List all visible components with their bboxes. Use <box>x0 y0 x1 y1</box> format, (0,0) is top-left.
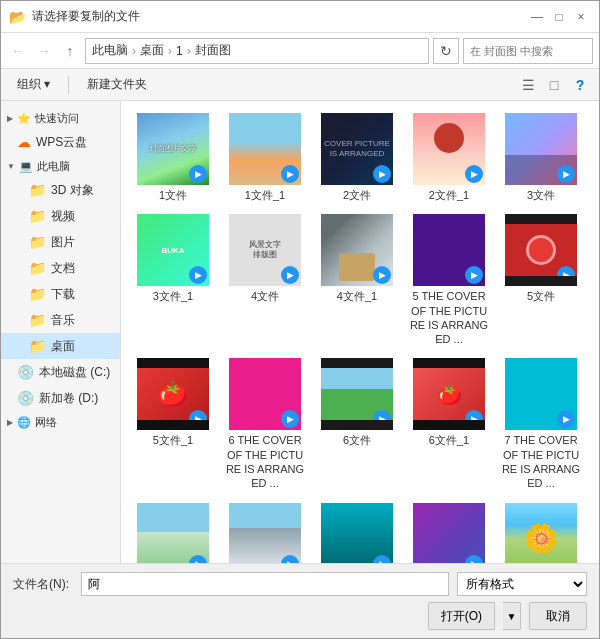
film-badge: ▶ <box>281 165 299 183</box>
search-box[interactable]: 🔍 <box>463 38 593 64</box>
organize-button[interactable]: 组织 ▾ <box>9 73 58 97</box>
maximize-button[interactable]: □ <box>549 7 569 27</box>
file-name: 4文件 <box>251 289 279 303</box>
sidebar-item-label: 桌面 <box>51 338 75 355</box>
list-item[interactable]: ▶ 4文件_1 <box>313 210 401 350</box>
dialog-icon: 📂 <box>9 9 26 25</box>
bottom-bar: 文件名(N): 所有格式 打开(O) ▼ 取消 <box>1 563 599 638</box>
file-name: 3文件 <box>527 188 555 202</box>
title-bar-controls: — □ × <box>527 7 591 27</box>
file-thumbnail: ▶ <box>321 503 393 563</box>
sidebar-item-label: 网络 <box>35 415 57 430</box>
chevron-icon: ▶ <box>7 418 13 427</box>
minimize-button[interactable]: — <box>527 7 547 27</box>
file-thumbnail: ▶ <box>505 214 577 286</box>
file-thumbnail: 风景文字排版图 ▶ <box>229 214 301 286</box>
list-item[interactable]: BUKA ▶ 3文件_1 <box>129 210 217 350</box>
view-toggle-button[interactable]: ☰ <box>517 74 539 96</box>
layout-button[interactable]: □ <box>543 74 565 96</box>
folder-icon: 📁 <box>29 338 46 354</box>
sidebar-item-local-disk-c[interactable]: 💿 本地磁盘 (C:) <box>1 359 120 385</box>
help-button[interactable]: ? <box>569 74 591 96</box>
sidebar-item-label: 3D 对象 <box>51 182 94 199</box>
toolbar: 组织 ▾ 新建文件夹 ☰ □ ? <box>1 69 599 101</box>
list-item[interactable]: 🍅 ▶ 5文件_1 <box>129 354 217 494</box>
list-item[interactable]: COVER PICTUREIS ARRANGED ▶ 2文件 <box>313 109 401 206</box>
actions-row: 打开(O) ▼ 取消 <box>13 602 587 630</box>
sidebar-item-quick-access[interactable]: ▶ ⭐ 快速访问 <box>1 107 120 129</box>
list-item[interactable]: ▶ 7文件 <box>129 499 217 563</box>
sidebar-item-label: 文档 <box>51 260 75 277</box>
file-name: 1文件_1 <box>245 188 285 202</box>
sidebar-item-music[interactable]: 📁 音乐 <box>1 307 120 333</box>
chevron-icon: ▼ <box>7 162 15 171</box>
sidebar-item-network[interactable]: ▶ 🌐 网络 <box>1 411 120 433</box>
title-bar-left: 📂 请选择要复制的文件 <box>9 8 140 25</box>
file-name: 7 THE COVER OF THE PICTURE IS ARRANGED .… <box>501 433 581 490</box>
sidebar-item-label: 视频 <box>51 208 75 225</box>
chevron-icon: ▶ <box>7 114 13 123</box>
sidebar-item-documents[interactable]: 📁 文档 <box>1 255 120 281</box>
dialog-title: 请选择要复制的文件 <box>32 8 140 25</box>
sidebar-item-label: 下载 <box>51 286 75 303</box>
list-item[interactable]: ▶ 3文件 <box>497 109 585 206</box>
path-pc: 此电脑 <box>92 42 128 59</box>
refresh-button[interactable]: ↻ <box>433 38 459 64</box>
list-item[interactable]: ▶ 7 THE COVER OF THE PICTURE IS ARRANGED… <box>497 354 585 494</box>
sidebar: ▶ ⭐ 快速访问 ☁ WPS云盘 ▼ 💻 此电脑 📁 3D 对象 📁 视频 <box>1 101 121 563</box>
filetype-select[interactable]: 所有格式 <box>457 572 587 596</box>
list-item[interactable]: ▶ 1文件_1 <box>221 109 309 206</box>
folder-icon: 📁 <box>29 312 46 328</box>
sidebar-item-3d-objects[interactable]: 📁 3D 对象 <box>1 177 120 203</box>
open-button[interactable]: 打开(O) <box>428 602 495 630</box>
sidebar-item-label: WPS云盘 <box>36 134 87 151</box>
sidebar-item-label: 新加卷 (D:) <box>39 390 98 407</box>
list-item[interactable]: ▶ 5文件 <box>497 210 585 350</box>
list-item[interactable]: ▶ 6文件 <box>313 354 401 494</box>
list-item[interactable]: ▶ 5 THE COVER OF THE PICTURE IS ARRANGED… <box>405 210 493 350</box>
film-badge: ▶ <box>557 165 575 183</box>
path-desktop: 桌面 <box>140 42 164 59</box>
cancel-button[interactable]: 取消 <box>529 602 587 630</box>
list-item[interactable]: ▶ 8 THE COVER OF THE PICTURE IS ARRANGED… <box>313 499 401 563</box>
disk-icon: 💿 <box>17 364 34 380</box>
folder-icon: 📁 <box>29 286 46 302</box>
forward-button[interactable]: → <box>33 40 55 62</box>
back-button[interactable]: ← <box>7 40 29 62</box>
sidebar-item-this-pc[interactable]: ▼ 💻 此电脑 <box>1 155 120 177</box>
files-grid: 封面图片文字 ▶ 1文件 ▶ 1文件_1 <box>129 109 591 563</box>
sidebar-item-videos[interactable]: 📁 视频 <box>1 203 120 229</box>
file-thumbnail: ▶ <box>505 358 577 430</box>
list-item[interactable]: 🍅 ▶ 6文件_1 <box>405 354 493 494</box>
file-name: 5文件_1 <box>153 433 193 447</box>
film-badge: ▶ <box>189 165 207 183</box>
sidebar-item-icon: 💻 <box>19 160 33 173</box>
filename-input[interactable] <box>81 572 449 596</box>
list-item[interactable]: ▶ 2文件_1 <box>405 109 493 206</box>
search-input[interactable] <box>470 45 600 57</box>
file-thumbnail: ▶ <box>229 503 301 563</box>
open-arrow-button[interactable]: ▼ <box>503 602 521 630</box>
up-button[interactable]: ↑ <box>59 40 81 62</box>
filename-row: 文件名(N): 所有格式 <box>13 572 587 596</box>
sidebar-item-wps-cloud[interactable]: ☁ WPS云盘 <box>1 129 120 155</box>
sidebar-item-label: 本地磁盘 (C:) <box>39 364 110 381</box>
separator <box>68 76 69 94</box>
sidebar-item-new-volume-d[interactable]: 💿 新加卷 (D:) <box>1 385 120 411</box>
close-button[interactable]: × <box>571 7 591 27</box>
list-item[interactable]: ▶ 6 THE COVER OF THE PICTURE IS ARRANGED… <box>221 354 309 494</box>
sidebar-item-downloads[interactable]: 📁 下载 <box>1 281 120 307</box>
list-item[interactable]: ▶ 7文件_1 <box>221 499 309 563</box>
sidebar-item-desktop[interactable]: 📁 桌面 <box>1 333 120 359</box>
new-folder-button[interactable]: 新建文件夹 <box>79 73 155 97</box>
address-bar: ← → ↑ 此电脑 › 桌面 › 1 › 封面图 ↻ 🔍 <box>1 33 599 69</box>
file-name: 2文件 <box>343 188 371 202</box>
file-name: 4文件_1 <box>337 289 377 303</box>
list-item[interactable]: ▶ 9 THE COVER OF THE PICTURE IS ARRANGED… <box>405 499 493 563</box>
list-item[interactable]: 风景文字排版图 ▶ 4文件 <box>221 210 309 350</box>
address-path[interactable]: 此电脑 › 桌面 › 1 › 封面图 <box>85 38 429 64</box>
list-item[interactable]: 封面图片文字 ▶ 1文件 <box>129 109 217 206</box>
sidebar-item-pictures[interactable]: 📁 图片 <box>1 229 120 255</box>
filename-label: 文件名(N): <box>13 576 73 593</box>
list-item[interactable]: 🌼 src=http__pic1.win4000.com_wallpaper_2… <box>497 499 585 563</box>
